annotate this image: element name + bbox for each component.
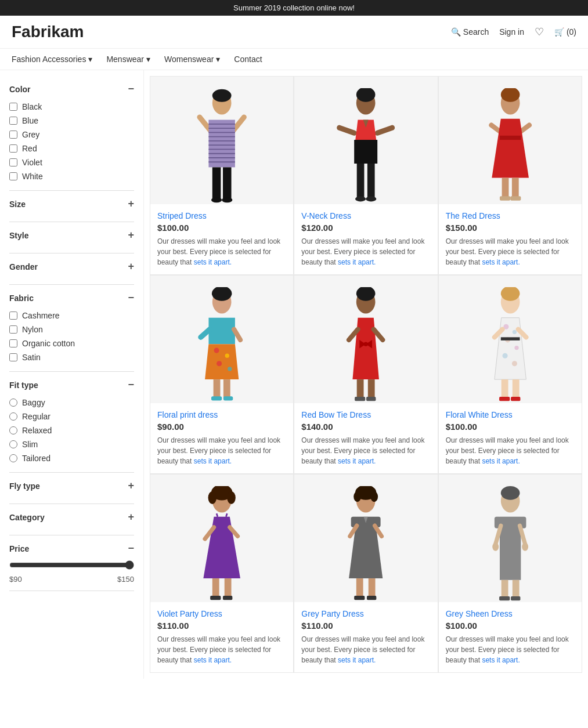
fit-radio-baggy[interactable] [9, 399, 17, 407]
fit-option-relaxed[interactable]: Relaxed [9, 423, 134, 437]
product-info-8: Grey Party Dress $110.00 Our dresses wil… [294, 602, 437, 672]
svg-rect-91 [212, 578, 219, 597]
svg-rect-52 [211, 396, 222, 400]
color-option-red[interactable]: Red [9, 142, 134, 155]
svg-point-72 [514, 346, 518, 350]
svg-rect-80 [499, 397, 510, 401]
fabric-checkbox-organic-cotton[interactable] [9, 339, 17, 347]
nav-item-fashion-accessories[interactable]: Fashion Accessories ▾ [12, 55, 92, 64]
color-option-blue[interactable]: Blue [9, 114, 134, 128]
fabric-checkbox-nylon[interactable] [9, 325, 17, 334]
fabric-option-satin[interactable]: Satin [9, 350, 134, 364]
fit-radio-regular[interactable] [9, 412, 17, 421]
category-filter-header[interactable]: Category + [9, 511, 134, 523]
svg-rect-92 [225, 578, 232, 597]
product-price-7: $110.00 [157, 621, 286, 631]
svg-point-49 [228, 367, 232, 371]
svg-rect-64 [355, 397, 365, 401]
product-card-9[interactable]: Grey Sheen Dress $100.00 Our dresses wil… [438, 474, 582, 673]
product-grid: Striped Dress $100.00 Our dresses will m… [144, 70, 588, 679]
size-filter-header[interactable]: Size + [9, 198, 134, 210]
svg-rect-81 [511, 397, 520, 401]
color-filter-header[interactable]: Color − [9, 83, 134, 95]
fit-option-regular[interactable]: Regular [9, 410, 134, 423]
product-card-7[interactable]: Violet Party Dress $110.00 Our dresses w… [150, 474, 294, 673]
fit-radio-slim[interactable] [9, 440, 17, 448]
fabric-filter-header[interactable]: Fabric − [9, 292, 134, 304]
fit-option-tailored[interactable]: Tailored [9, 451, 134, 465]
product-card-2[interactable]: V-Neck Dress $120.00 Our dresses will ma… [294, 76, 438, 275]
fly-type-filter-label: Fly type [9, 481, 40, 491]
svg-rect-94 [223, 596, 232, 600]
svg-line-43 [201, 329, 210, 338]
fit-type-filter-toggle: − [128, 379, 134, 391]
main-layout: Color − Black Blue Grey Red [0, 70, 588, 679]
product-image-8 [294, 475, 437, 602]
nav-item-womenswear[interactable]: Womenswear ▾ [164, 55, 220, 64]
svg-point-29 [366, 196, 376, 201]
product-price-4: $90.00 [157, 422, 286, 432]
fabric-option-cashmere[interactable]: Cashmere [9, 309, 134, 323]
fabric-filter-label: Fabric [9, 294, 34, 303]
fabric-checkbox-satin[interactable] [9, 353, 17, 361]
product-card-4[interactable]: Floral print dress $90.00 Our dresses wi… [150, 275, 294, 474]
product-card-1[interactable]: Striped Dress $100.00 Our dresses will m… [150, 76, 294, 275]
style-filter-header[interactable]: Style + [9, 229, 134, 241]
product-card-6[interactable]: Floral White Dress $100.00 Our dresses w… [438, 275, 582, 474]
logo[interactable]: Fabrikam [12, 23, 451, 41]
fabric-checkbox-cashmere[interactable] [9, 312, 17, 320]
search-button[interactable]: 🔍 Search [451, 27, 489, 37]
search-label: Search [463, 27, 489, 37]
price-range-slider[interactable] [9, 560, 134, 570]
wishlist-button[interactable]: ♡ [535, 26, 544, 38]
fabric-option-organic-cotton[interactable]: Organic cotton [9, 336, 134, 350]
fit-radio-tailored[interactable] [9, 454, 17, 462]
fit-option-slim[interactable]: Slim [9, 437, 134, 451]
color-option-black[interactable]: Black [9, 100, 134, 114]
color-filter-toggle: − [128, 83, 134, 95]
svg-point-59 [364, 342, 368, 346]
svg-marker-45 [205, 344, 239, 379]
svg-rect-121 [511, 596, 520, 600]
fit-type-filter-header[interactable]: Fit type − [9, 379, 134, 391]
color-checkbox-red[interactable] [9, 144, 17, 153]
color-checkbox-black[interactable] [9, 103, 17, 111]
chevron-down-icon-3: ▾ [216, 55, 220, 64]
product-price-3: $150.00 [446, 223, 575, 233]
product-info-2: V-Neck Dress $120.00 Our dresses will ma… [294, 204, 437, 274]
cart-button[interactable]: 🛒 (0) [554, 27, 576, 37]
product-name-6: Floral White Dress [446, 410, 575, 419]
product-card-3[interactable]: The Red Dress $150.00 Our dresses will m… [438, 76, 582, 275]
color-checkbox-grey[interactable] [9, 131, 17, 139]
category-filter: Category + [9, 504, 134, 535]
fabric-option-nylon[interactable]: Nylon [9, 323, 134, 336]
fly-type-filter-header[interactable]: Fly type + [9, 480, 134, 492]
svg-point-98 [371, 491, 378, 502]
color-checkbox-violet[interactable] [9, 158, 17, 166]
color-option-grey[interactable]: Grey [9, 128, 134, 142]
svg-rect-63 [368, 379, 375, 399]
chevron-down-icon-2: ▾ [146, 55, 150, 64]
product-info-7: Violet Party Dress $110.00 Our dresses w… [150, 602, 293, 672]
color-checkbox-blue[interactable] [9, 117, 17, 125]
product-name-5: Red Bow Tie Dress [301, 410, 430, 419]
svg-rect-42 [208, 318, 235, 344]
style-filter: Style + [9, 222, 134, 253]
fit-type-filter-label: Fit type [9, 381, 38, 390]
color-checkbox-white[interactable] [9, 172, 17, 180]
product-info-5: Red Bow Tie Dress $140.00 Our dresses wi… [294, 403, 437, 473]
product-name-2: V-Neck Dress [301, 211, 430, 220]
sign-in-button[interactable]: Sign in [499, 27, 524, 37]
product-card-5[interactable]: Red Bow Tie Dress $140.00 Our dresses wi… [294, 275, 438, 474]
nav-item-menswear[interactable]: Menswear ▾ [106, 55, 150, 64]
product-card-8[interactable]: Grey Party Dress $110.00 Our dresses wil… [294, 474, 438, 673]
price-filter-header[interactable]: Price − [9, 542, 134, 555]
fit-radio-relaxed[interactable] [9, 426, 17, 434]
nav-item-contact[interactable]: Contact [234, 55, 262, 64]
color-option-white[interactable]: White [9, 169, 134, 183]
fit-option-baggy[interactable]: Baggy [9, 396, 134, 410]
gender-filter-header[interactable]: Gender + [9, 260, 134, 273]
svg-rect-53 [223, 396, 233, 400]
color-option-violet[interactable]: Violet [9, 155, 134, 169]
nav-label-fashion-accessories: Fashion Accessories [12, 55, 86, 64]
